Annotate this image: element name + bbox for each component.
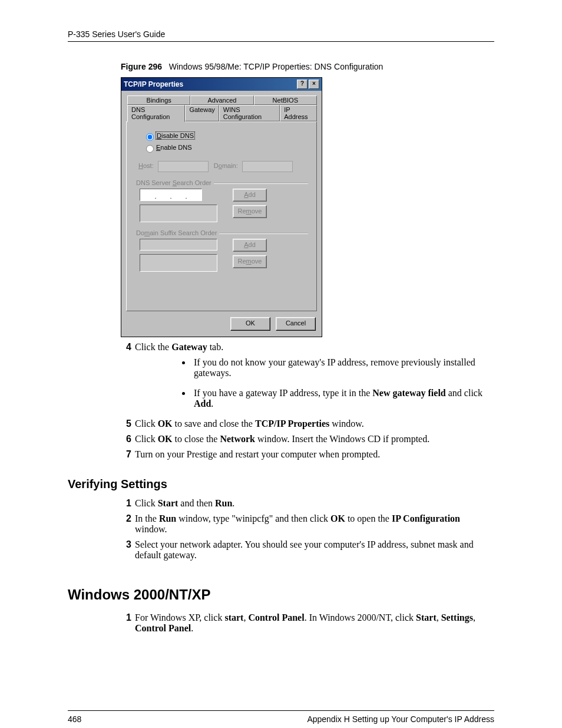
step-1: 1 For Windows XP, click start, Control P… <box>121 612 494 634</box>
dns-order-rest: earch Order <box>177 179 211 186</box>
step-text: to close the <box>173 434 220 444</box>
radio-enable-dns[interactable]: Enable DNS <box>143 143 308 153</box>
add-accel: A <box>244 191 248 198</box>
heading-verifying: Verifying Settings <box>68 477 494 491</box>
dialog-body: Bindings Advanced NetBIOS DNS Configurat… <box>121 91 322 337</box>
step-num: 1 <box>121 498 131 509</box>
bold-term: TCP/IP Properties <box>255 419 329 429</box>
ip-octet-1[interactable] <box>141 190 154 199</box>
host-label-accel: H <box>138 162 143 169</box>
step-num: 4 <box>121 342 131 353</box>
suffix-accel: m <box>144 229 150 236</box>
step-1: 1 Click Start and then Run. <box>121 498 494 509</box>
step-text: window. <box>135 524 167 534</box>
ip-octet-2[interactable] <box>157 190 170 199</box>
step-6: 6 Click OK to close the Network window. … <box>121 434 494 444</box>
domain-label-rest: main: <box>222 162 238 169</box>
bullet-text: . <box>211 398 213 409</box>
host-input[interactable] <box>158 161 209 172</box>
step-text: Turn on your Prestige and restart your c… <box>135 449 494 460</box>
step-text: Click <box>135 434 158 444</box>
figure-number: Figure 296 <box>121 62 162 71</box>
step-text: window. <box>329 419 364 429</box>
step-num: 1 <box>121 612 131 634</box>
suffix-remove-button[interactable]: Remove <box>233 255 267 268</box>
steps-list-a2: 5 Click OK to save and close the TCP/IP … <box>121 419 494 460</box>
step-num: 5 <box>121 419 131 429</box>
win2k-content: 1 For Windows XP, click start, Control P… <box>121 612 494 634</box>
remove-pre: Re <box>238 258 246 265</box>
bold-term: New gateway field <box>372 388 445 398</box>
dns-add-button[interactable]: Add <box>233 189 267 202</box>
page-footer: 468 Appendix H Setting up Your Computer'… <box>68 710 494 724</box>
ip-octet-3[interactable] <box>172 190 185 199</box>
step-text: . <box>191 623 193 633</box>
dns-remove-button[interactable]: Remove <box>233 205 267 218</box>
tab-wins-configuration[interactable]: WINS Configuration <box>219 105 280 121</box>
cancel-button[interactable]: Cancel <box>276 317 316 331</box>
suffix-add-button[interactable]: Add <box>233 239 267 252</box>
bold-term: IP Configuration <box>392 513 460 523</box>
step-text: , <box>437 612 441 622</box>
tab-row-front: DNS Configuration Gateway WINS Configura… <box>127 105 317 121</box>
step-num: 6 <box>121 434 131 444</box>
remove-rest: ove <box>252 207 262 215</box>
bold-term: OK <box>158 434 173 444</box>
bold-term: Control Panel <box>248 612 304 622</box>
suffix-input[interactable] <box>140 239 217 251</box>
step-3: 3 Select your network adapter. You shoul… <box>121 539 494 561</box>
remove-pre: Re <box>238 207 246 215</box>
titlebar: TCP/IP Properties ? × <box>121 78 322 91</box>
dns-ip-input[interactable]: ... <box>140 189 202 201</box>
tab-ip-address[interactable]: IP Address <box>280 105 317 121</box>
radio-disable-label: isable DNS <box>161 132 194 139</box>
radio-enable-label: nable DNS <box>160 144 191 151</box>
heading-windows2000: Windows 2000/NT/XP <box>68 587 494 603</box>
step-text: tab. <box>207 342 224 352</box>
tab-netbios[interactable]: NetBIOS <box>254 95 317 105</box>
bold-term: Start <box>158 498 178 508</box>
bold-term: Settings <box>441 612 473 622</box>
step-text: . <box>232 498 234 508</box>
remove-accel: m <box>246 207 252 215</box>
tab-advanced[interactable]: Advanced <box>190 95 253 105</box>
tab-bindings[interactable]: Bindings <box>127 95 190 105</box>
suffix-list[interactable] <box>140 254 217 272</box>
step-text: , <box>473 612 475 622</box>
step-text: Click the <box>135 342 171 352</box>
figure-desc: Windows 95/98/Me: TCP/IP Properties: DNS… <box>169 62 384 71</box>
close-button[interactable]: × <box>309 80 319 89</box>
figure-caption: Figure 296 Windows 95/98/Me: TCP/IP Prop… <box>121 62 494 71</box>
step-4: 4 Click the Gateway tab. <box>121 342 494 353</box>
dns-server-list[interactable] <box>140 205 217 222</box>
tab-panel: Disable DNS Enable DNS Host: Domain: DNS… <box>126 121 317 311</box>
rule-line <box>219 233 308 233</box>
bold-term: OK <box>330 513 345 523</box>
step-2: 2 In the Run window, type "winipcfg" and… <box>121 513 494 535</box>
bold-term: start <box>224 612 243 622</box>
ip-octet-4[interactable] <box>187 190 200 199</box>
add-rest: dd <box>249 191 256 198</box>
dns-order-pre: DNS Server <box>136 179 173 186</box>
appendix-label: Appendix H Setting up Your Computer's IP… <box>307 714 494 724</box>
domain-input[interactable] <box>242 161 293 172</box>
bullet-item: If you do not know your gateway's IP add… <box>191 357 494 378</box>
suffix-rest: ain Suffix Search Order <box>150 229 217 236</box>
bold-term: Start <box>416 612 437 622</box>
radio-disable-dns[interactable]: Disable DNS <box>143 131 308 141</box>
bold-term: Run <box>159 513 176 523</box>
radio-disable-dns-input[interactable] <box>146 133 154 141</box>
rule-line <box>214 183 308 183</box>
tab-gateway[interactable]: Gateway <box>185 105 219 121</box>
dns-order-label: DNS Server Search Order <box>136 179 308 186</box>
add-rest: dd <box>249 241 256 248</box>
tab-dns-configuration[interactable]: DNS Configuration <box>127 105 185 122</box>
tab-strip: Bindings Advanced NetBIOS DNS Configurat… <box>126 95 317 311</box>
step-text: In the <box>135 513 159 523</box>
radio-enable-dns-input[interactable] <box>146 145 154 153</box>
titlebar-buttons: ? × <box>297 80 319 89</box>
help-button[interactable]: ? <box>297 80 308 89</box>
ok-button[interactable]: OK <box>230 317 270 331</box>
steps-list-a: 4 Click the Gateway tab. <box>121 342 494 353</box>
step-text: to open the <box>345 513 392 523</box>
